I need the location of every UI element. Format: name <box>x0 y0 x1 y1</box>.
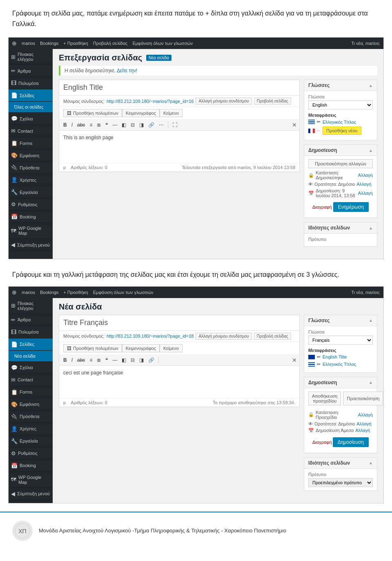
preview-btn-1[interactable]: Προεπισκόπηση αλλαγών <box>308 159 373 168</box>
sidebar-item-dashboard-2[interactable]: ⊞Πίνακας ελέγχου <box>9 298 53 314</box>
visibility-link-2[interactable]: Αλλαγή <box>356 421 371 426</box>
sidebar-item-plugins-1[interactable]: 🔌Πρόσθετα <box>9 162 53 174</box>
sidebar-item-posts-1[interactable]: ✏Άρθρα <box>9 65 53 77</box>
page-title-input-2[interactable] <box>59 315 299 331</box>
sidebar-item-appearance-1[interactable]: 🎨Εμφάνιση <box>9 149 53 162</box>
sidebar-item-settings-1[interactable]: ⚙Ρυθμίσεις <box>9 198 53 211</box>
tb-aligncenter-1[interactable]: ⊟ <box>129 121 136 129</box>
tb-italic-1[interactable]: I <box>70 121 74 129</box>
adminbar-add-new-2[interactable]: + Προσθήκη <box>63 290 88 295</box>
sidebar-item-forms-1[interactable]: 📋Forms <box>9 137 53 149</box>
page-attributes-header-1[interactable]: Ιδιότητες σελίδων ▲ <box>304 223 377 234</box>
editor-body-1[interactable]: This is an english page <box>59 131 299 163</box>
sidebar-item-collapse-1[interactable]: ◀Σύμπτυξη μενού <box>9 239 53 251</box>
tab-visual-2[interactable]: Κειμενογράφος <box>122 344 160 352</box>
permalink-btn-change-2[interactable]: Αλλαγή μόνιμου συνδέσμου <box>196 333 252 340</box>
sidebar-item-comments-1[interactable]: 💬Σχόλια <box>9 113 53 125</box>
editor-body-2[interactable]: ceci est une page française <box>59 366 299 398</box>
adminbar-languages-2[interactable]: Εμφάνιση όλων των γλωσσών <box>93 290 154 295</box>
tab-visual-1[interactable]: Κειμενογράφος <box>122 109 160 117</box>
sidebar-item-all-pages-1[interactable]: Όλες οι σελίδες <box>9 102 53 113</box>
sidebar-item-media-2[interactable]: 🎞Πολυμέσα <box>9 326 53 338</box>
sidebar-item-plugins-2[interactable]: 🔌Πρόσθετα <box>9 411 53 423</box>
add-media-btn-1[interactable]: 🖼 Προσθήκη πολυμέσων <box>63 109 122 117</box>
translation-link-gr-2[interactable]: Ελληνικός Τίτλος <box>323 362 356 367</box>
preview-btn-2[interactable]: Προεπισκόπηση <box>343 392 383 405</box>
adminbar-site-1[interactable]: marios <box>22 41 35 46</box>
permalink-btn-change-1[interactable]: Αλλαγή μόνιμου συνδέσμου <box>196 98 252 105</box>
sidebar-item-media-1[interactable]: 🎞Πολυμέσα <box>9 77 53 89</box>
adminbar-bookings-2[interactable]: Bookings <box>40 290 58 295</box>
sidebar-item-contact-1[interactable]: ✉Contact <box>9 125 53 137</box>
adminbar-site-2[interactable]: marios <box>22 290 35 295</box>
sidebar-item-settings-2[interactable]: ⚙Ρυθμίσεις <box>9 447 53 460</box>
tb-italic-2[interactable]: I <box>70 356 74 364</box>
tb-aligncenter-2[interactable]: ⊟ <box>129 356 136 364</box>
sidebar-item-booking-2[interactable]: 📅Booking <box>9 460 53 472</box>
sidebar-item-tools-1[interactable]: 🔧Εργαλεία <box>9 186 53 198</box>
adminbar-preview-1[interactable]: Προβολή σελίδας <box>93 41 128 46</box>
sidebar-item-posts-2[interactable]: ✏Άρθρα <box>9 314 53 326</box>
permalink-btn-view-2[interactable]: Προβολή σελίδας <box>254 333 291 340</box>
language-select-1[interactable]: English <box>308 100 373 109</box>
sidebar-item-map-2[interactable]: 🗺WP Google Map <box>9 472 53 488</box>
add-media-btn-2[interactable]: 🖼 Προσθήκη πολυμέσων <box>63 344 122 352</box>
sidebar-item-contact-2[interactable]: ✉Contact <box>9 374 53 386</box>
tb-ul-1[interactable]: ≡ <box>88 121 94 129</box>
tb-alignleft-2[interactable]: ◧ <box>120 356 128 364</box>
sidebar-item-map-1[interactable]: 🗺WP Google Map <box>9 223 53 239</box>
page-attributes-header-2[interactable]: Ιδιότητες σελίδων ▲ <box>304 458 377 469</box>
publish-box-header-1[interactable]: Δημοσίευση ▲ <box>304 145 377 156</box>
tb-hr-1[interactable]: — <box>111 121 119 129</box>
adminbar-bookings-1[interactable]: Bookings <box>40 41 58 46</box>
adminbar-add-new-1[interactable]: + Προσθήκη <box>63 41 88 46</box>
template-select-2[interactable]: Προεπιλεγμένο πρότυπο <box>308 478 373 487</box>
sidebar-item-booking-1[interactable]: 📅Booking <box>9 211 53 223</box>
tb-strikethrough-2[interactable]: abc <box>76 356 87 364</box>
tb-fullscreen-1[interactable]: ⛶ <box>171 121 179 129</box>
tb-hr-2[interactable]: — <box>111 356 119 364</box>
save-draft-btn-2[interactable]: Αποθήκευση προσχεδίου <box>308 392 341 405</box>
tb-bold-1[interactable]: B <box>62 121 69 129</box>
status-link-1[interactable]: Αλλαγή <box>358 173 373 178</box>
sidebar-item-pages-2[interactable]: 📄Σελίδες <box>9 338 53 351</box>
status-link-2[interactable]: Αλλαγή <box>358 412 373 417</box>
sidebar-item-tools-2[interactable]: 🔧Εργαλεία <box>9 435 53 447</box>
tb-ol-1[interactable]: ≣ <box>95 121 102 129</box>
tb-ol-2[interactable]: ≣ <box>95 356 102 364</box>
tb-ul-2[interactable]: ≡ <box>88 356 94 364</box>
tb-link-2[interactable]: 🔗 <box>147 356 156 364</box>
sidebar-item-forms-2[interactable]: 📋Forms <box>9 386 53 398</box>
translation-link-gr-1[interactable]: Ελληνικός Τίτλος <box>323 120 356 125</box>
tb-link-1[interactable]: 🔗 <box>147 121 156 129</box>
add-new-tooltip-1[interactable]: Προσθήκη νέου <box>323 127 361 135</box>
tb-close-2[interactable]: ✕ <box>292 357 297 363</box>
sidebar-item-users-2[interactable]: 👤Χρήστες <box>9 423 53 435</box>
languages-box-header-2[interactable]: Γλώσσες ▲ <box>304 315 377 326</box>
adminbar-languages-1[interactable]: Εμφάνιση όλων των γλωσσών <box>132 41 193 46</box>
tb-alignright-1[interactable]: ◨ <box>138 121 145 129</box>
permalink-url-2[interactable]: http://83.212.109.180/~marios/?page_id=1… <box>107 334 194 338</box>
date-link-1[interactable]: Αλλαγή <box>358 191 373 196</box>
delete-btn-1[interactable]: Διαγραφή <box>312 205 332 209</box>
tb-quote-1[interactable]: ❝ <box>104 121 109 129</box>
page-title-input-1[interactable] <box>59 80 299 96</box>
permalink-btn-view-1[interactable]: Προβολή σελίδας <box>254 98 291 105</box>
tb-quote-2[interactable]: ❝ <box>104 356 109 364</box>
publish-box-header-2[interactable]: Δημοσίευση ▲ <box>304 377 377 388</box>
tb-close-1[interactable]: ✕ <box>292 122 297 128</box>
tb-more-1[interactable]: ⋯ <box>157 121 165 129</box>
publish-btn-1[interactable]: Ενημέρωση <box>333 202 369 212</box>
languages-box-header-1[interactable]: Γλώσσες ▲ <box>304 80 377 91</box>
sidebar-item-new-page-2[interactable]: Νέα σελίδα <box>9 351 53 362</box>
tb-alignleft-1[interactable]: ◧ <box>120 121 128 129</box>
publish-btn-2[interactable]: Δημοσίευση <box>333 437 369 447</box>
tab-text-1[interactable]: Κείμενο <box>160 109 183 117</box>
sidebar-item-pages-1[interactable]: 📄Σελίδες <box>9 89 53 102</box>
tb-alignright-2[interactable]: ◨ <box>138 356 145 364</box>
delete-btn-2[interactable]: Διαγραφή <box>312 440 332 445</box>
permalink-url-1[interactable]: http://83.212.109.180/~marios/?page_id=1… <box>107 99 194 104</box>
translation-link-en-2[interactable]: English Title <box>323 354 347 359</box>
sidebar-item-appearance-2[interactable]: 🎨Εμφάνιση <box>9 398 53 411</box>
tb-strikethrough-1[interactable]: abc <box>76 121 87 129</box>
